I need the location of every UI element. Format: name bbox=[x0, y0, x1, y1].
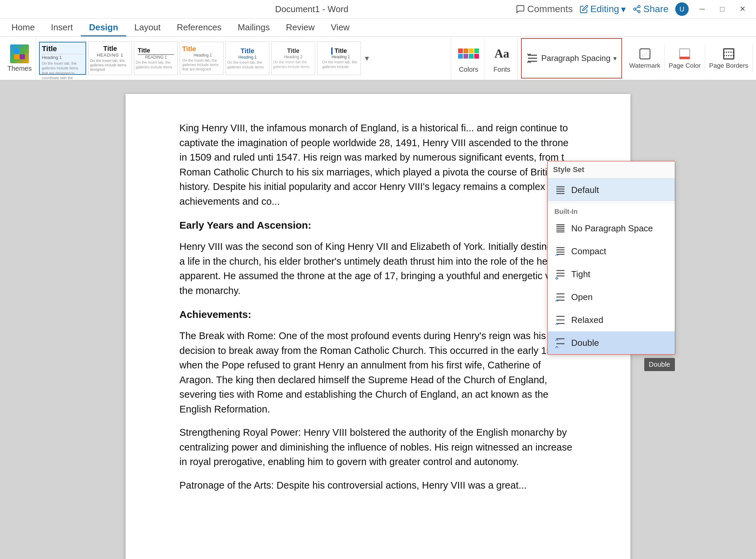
themes-section: Themes bbox=[3, 37, 36, 80]
tab-view[interactable]: View bbox=[323, 20, 358, 36]
tab-design[interactable]: Design bbox=[81, 20, 126, 36]
tab-insert[interactable]: Insert bbox=[43, 20, 81, 36]
dropdown-item-double[interactable]: Double bbox=[548, 331, 675, 354]
colors-label: Colors bbox=[459, 66, 478, 73]
dropdown-no-space-label: No Paragraph Space bbox=[571, 223, 653, 234]
dropdown-item-relaxed[interactable]: Relaxed bbox=[548, 309, 675, 331]
svg-rect-16 bbox=[724, 49, 734, 59]
svg-line-3 bbox=[636, 10, 638, 11]
tab-review[interactable]: Review bbox=[278, 20, 323, 36]
fonts-group[interactable]: Aa Fonts bbox=[486, 37, 518, 80]
tight-icon bbox=[554, 268, 567, 280]
doc-paragraph-1: King Henry VIII, the infamous monarch of… bbox=[179, 121, 577, 209]
ribbon-tabs: Home Insert Design Layout References Mai… bbox=[0, 19, 756, 37]
dropdown-divider-1 bbox=[548, 203, 675, 203]
dropdown-compact-label: Compact bbox=[571, 246, 606, 256]
doc-paragraph-4: Strengthening Royal Power: Henry VIII bo… bbox=[179, 425, 577, 469]
paragraph-spacing-dropdown: Style Set Default Built-In bbox=[547, 161, 675, 355]
colors-icon bbox=[458, 43, 479, 64]
tab-references[interactable]: References bbox=[169, 20, 230, 36]
comments-label: Comments bbox=[527, 4, 573, 15]
style-thumb-6[interactable]: Title Heading 2 On the Insert tab the ga… bbox=[271, 41, 315, 75]
open-icon bbox=[554, 291, 567, 303]
dropdown-default-label: Default bbox=[571, 185, 599, 195]
editing-button[interactable]: Editing ▾ bbox=[580, 4, 626, 15]
svg-point-0 bbox=[638, 5, 641, 8]
ribbon-content: Themes Title Heading 1 On the Insert tab… bbox=[0, 37, 756, 81]
svg-rect-6 bbox=[20, 48, 25, 53]
comments-button[interactable]: Comments bbox=[516, 4, 573, 15]
colors-group[interactable]: Colors bbox=[453, 37, 484, 80]
user-avatar[interactable]: U bbox=[675, 2, 689, 16]
style-thumb-1[interactable]: Title Heading 1 On the Insert tab, the g… bbox=[39, 42, 86, 75]
style-thumb-3[interactable]: Title READING 1 On the Insert tab, the g… bbox=[134, 41, 178, 75]
doc-paragraph-2: Henry VIII was the second son of King He… bbox=[179, 240, 577, 298]
share-label: Share bbox=[643, 4, 668, 15]
styles-scroll-right[interactable]: ▾ bbox=[362, 41, 372, 75]
no-space-icon bbox=[554, 222, 567, 234]
dropdown-relaxed-label: Relaxed bbox=[571, 315, 603, 325]
default-spacing-icon bbox=[554, 184, 567, 196]
style-thumb-4[interactable]: Title Heading 1 On the Insert tab, the g… bbox=[180, 42, 224, 75]
dropdown-header: Style Set bbox=[548, 161, 675, 178]
page-borders-button[interactable]: Page Borders bbox=[705, 45, 753, 71]
svg-rect-5 bbox=[14, 48, 19, 53]
style-thumb-2[interactable]: Title HEADING 1 On the Insert tab, the g… bbox=[88, 41, 132, 75]
editing-label: Editing bbox=[590, 4, 619, 15]
close-button[interactable]: ✕ bbox=[736, 2, 749, 16]
tab-mailings[interactable]: Mailings bbox=[230, 20, 278, 36]
paragraph-spacing-label: Paragraph Spacing bbox=[541, 53, 610, 63]
style-thumb-7[interactable]: Title Heading 1 On the Insert tab, the g… bbox=[317, 41, 361, 75]
doc-paragraph-5: Patronage of the Arts: Despite his contr… bbox=[179, 478, 577, 493]
fonts-label: Fonts bbox=[494, 66, 510, 73]
watermark-button[interactable]: DRAFT Watermark bbox=[625, 45, 665, 71]
doc-subheading-1: Early Years and Ascension: bbox=[179, 218, 577, 233]
svg-point-2 bbox=[638, 10, 641, 13]
tab-layout[interactable]: Layout bbox=[126, 20, 169, 36]
doc-paragraph-3: The Break with Rome: One of the most pro… bbox=[179, 329, 577, 417]
svg-rect-8 bbox=[20, 54, 25, 59]
compact-icon bbox=[554, 245, 567, 257]
doc-subheading-2: Achievements: bbox=[179, 307, 577, 322]
relaxed-icon bbox=[554, 314, 567, 326]
dropdown-tooltip: Double bbox=[644, 358, 675, 371]
share-button[interactable]: Share bbox=[633, 4, 668, 15]
minimize-button[interactable]: ─ bbox=[695, 2, 709, 16]
dropdown-item-open[interactable]: Open bbox=[548, 286, 675, 309]
dropdown-tight-label: Tight bbox=[571, 269, 590, 280]
dropdown-double-label: Double bbox=[571, 338, 599, 348]
tab-home[interactable]: Home bbox=[3, 20, 43, 36]
dropdown-builtin-label: Built-In bbox=[548, 204, 675, 217]
styles-area: Title Heading 1 On the Insert tab, the g… bbox=[38, 37, 451, 80]
watermark-label: Watermark bbox=[629, 62, 660, 69]
paragraph-spacing-button[interactable]: Paragraph Spacing ▾ bbox=[521, 38, 622, 79]
svg-rect-7 bbox=[14, 54, 19, 59]
title-bar: Document1 - Word Comments Editing ▾ Shar… bbox=[0, 0, 756, 19]
dropdown-item-no-space[interactable]: No Paragraph Space bbox=[548, 217, 675, 240]
double-icon bbox=[554, 337, 567, 349]
svg-point-1 bbox=[634, 8, 636, 10]
dropdown-item-default[interactable]: Default bbox=[548, 178, 675, 201]
fonts-icon: Aa bbox=[492, 43, 512, 64]
paragraph-spacing-chevron: ▾ bbox=[613, 54, 617, 62]
themes-icon bbox=[10, 44, 29, 63]
style-thumb-5[interactable]: Title Heading 1 On the Insert tab, the g… bbox=[226, 41, 269, 75]
page-borders-label: Page Borders bbox=[709, 62, 748, 69]
page-color-label: Page Color bbox=[669, 62, 701, 69]
right-ribbon-buttons: DRAFT Watermark Page Color Page Borders bbox=[625, 37, 753, 80]
editing-chevron: ▾ bbox=[621, 4, 626, 15]
themes-label: Themes bbox=[7, 65, 32, 72]
dropdown-item-compact[interactable]: Compact bbox=[548, 240, 675, 263]
svg-line-4 bbox=[636, 7, 638, 8]
main-area: King Henry VIII, the infamous monarch of… bbox=[0, 81, 756, 559]
dropdown-open-label: Open bbox=[571, 292, 593, 303]
svg-rect-15 bbox=[680, 57, 690, 59]
page-color-button[interactable]: Page Color bbox=[665, 45, 705, 71]
themes-button[interactable]: Themes bbox=[7, 44, 32, 72]
maximize-button[interactable]: □ bbox=[716, 2, 729, 16]
dropdown-item-tight[interactable]: Tight bbox=[548, 263, 675, 286]
